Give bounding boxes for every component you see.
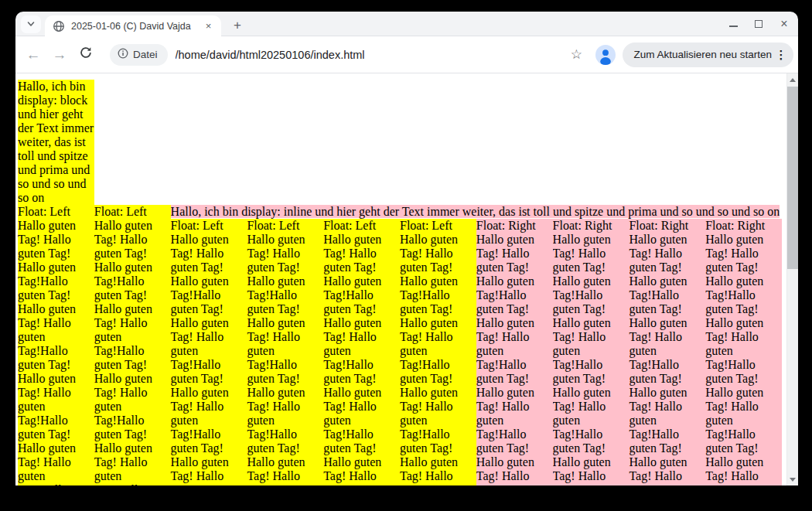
float-left-box: Float: Left Hallo guten Tag! Hallo guten… (247, 219, 323, 485)
info-icon (118, 48, 128, 62)
forward-arrow-icon: → (53, 46, 67, 63)
globe-icon (53, 20, 65, 32)
profile-avatar-button[interactable] (595, 45, 616, 65)
forward-button[interactable]: → (49, 44, 70, 66)
star-icon: ☆ (571, 46, 582, 63)
plus-icon: + (234, 18, 241, 33)
back-arrow-icon: ← (26, 46, 41, 63)
scroll-down-button[interactable] (787, 473, 798, 485)
minimize-button[interactable] (727, 18, 739, 30)
reload-icon (79, 46, 93, 63)
display-inline-text: Hallo, ich bin display: inline und hier … (171, 205, 780, 218)
vertical-scrollbar[interactable] (786, 73, 798, 485)
site-chip-label: Datei (133, 49, 158, 60)
browser-window: 2025-01-06 (C) David Vajda × + × (15, 12, 798, 485)
minimize-icon (729, 26, 738, 27)
page-content: Hallo, ich bin display: block und hier g… (18, 80, 782, 219)
active-tab[interactable]: 2025-01-06 (C) David Vajda × (45, 15, 221, 36)
close-icon: × (206, 20, 212, 32)
maximize-button[interactable] (752, 18, 765, 30)
tab-search-button[interactable] (21, 15, 41, 33)
float-left-box: Float: Left Hallo guten Tag! Hallo guten… (323, 219, 400, 485)
window-controls: × (727, 12, 790, 36)
back-button[interactable]: ← (22, 44, 44, 66)
float-right-box: Float: Right Hallo guten Tag! Hallo gute… (476, 219, 553, 485)
desktop-background: 2025-01-06 (C) David Vajda × + × (0, 0, 812, 511)
tab-strip: 2025-01-06 (C) David Vajda × + × (15, 12, 798, 36)
float-right-box: Float: Right Hallo guten Tag! Hallo gute… (705, 219, 782, 485)
relaunch-to-update-button[interactable]: Zum Aktualisieren neu starten ⋮ (623, 43, 793, 67)
relaunch-to-update-label: Zum Aktualisieren neu starten (633, 49, 772, 60)
new-tab-button[interactable]: + (229, 17, 246, 34)
bookmark-button[interactable]: ☆ (565, 44, 587, 66)
browser-menu-button[interactable]: ⋮ (772, 46, 790, 64)
person-icon (595, 45, 616, 65)
float-left-box: Float: Left Hallo guten Tag! Hallo guten… (171, 219, 247, 485)
kebab-menu-icon: ⋮ (776, 48, 787, 62)
triangle-down-icon (790, 478, 796, 482)
page-viewport: Hallo, ich bin display: block und hier g… (15, 73, 798, 485)
float-left-box: Float: Left Hallo guten Tag! Hallo guten… (94, 205, 171, 485)
tab-title: 2025-01-06 (C) David Vajda (71, 21, 199, 32)
url-text[interactable]: /home/david/html20250106/index.html (176, 49, 566, 61)
scroll-up-button[interactable] (787, 73, 798, 86)
float-right-box: Float: Right Hallo guten Tag! Hallo gute… (553, 219, 629, 485)
scrollbar-thumb[interactable] (787, 87, 798, 269)
display-block-box: Hallo, ich bin display: block und hier g… (18, 80, 94, 205)
site-info-chip[interactable]: Datei (110, 44, 168, 66)
float-right-box: Float: Right Hallo guten Tag! Hallo gute… (629, 219, 705, 485)
tab-close-button[interactable]: × (202, 19, 215, 32)
reload-button[interactable] (75, 44, 97, 66)
float-left-box: Float: Left Hallo guten Tag! Hallo guten… (400, 219, 476, 485)
maximize-icon (755, 20, 763, 28)
close-icon: × (780, 18, 787, 30)
close-window-button[interactable]: × (778, 18, 790, 30)
browser-toolbar: ← → (15, 36, 798, 73)
triangle-up-icon (790, 78, 796, 82)
float-left-box: Float: Left Hallo guten Tag! Hallo guten… (18, 205, 94, 485)
chevron-down-icon (26, 18, 36, 32)
address-bar[interactable]: Datei /home/david/html20250106/index.htm… (107, 43, 589, 67)
